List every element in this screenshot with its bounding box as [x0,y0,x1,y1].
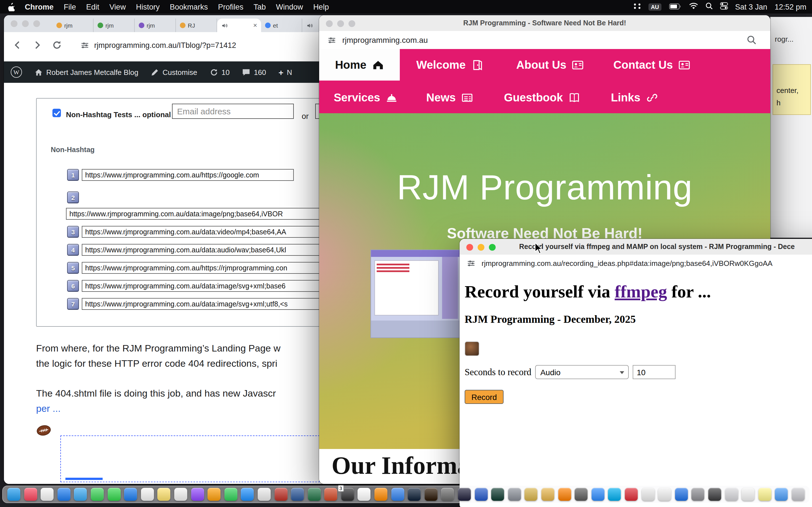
nav-guestbook[interactable]: Guestbook [499,82,586,113]
record-button[interactable]: Record [465,390,504,404]
safari-icon[interactable] [74,488,87,501]
reminders-icon[interactable] [174,488,187,501]
opera-icon[interactable] [625,488,638,501]
url-text[interactable]: rjmprogramming.com.au [342,36,428,45]
skype-icon[interactable] [608,488,621,501]
vscode-icon[interactable] [391,488,404,501]
mail-icon[interactable] [57,488,70,501]
close-window-icon[interactable] [326,20,333,27]
finder-icon[interactable] [7,488,20,501]
row-number[interactable]: 1 [67,169,79,181]
pages-icon[interactable] [207,488,220,501]
ffmpeg-link[interactable]: ffmpeg [615,282,667,301]
window-title-bar[interactable]: RJM Programming - Software Need Not Be H… [319,15,770,31]
cyberduck-icon[interactable] [541,488,554,501]
url-input[interactable] [82,169,294,181]
document-icon[interactable] [742,488,755,501]
menu-help[interactable]: Help [308,3,334,11]
audio-thumbnail-image[interactable] [465,341,479,356]
spotlight-icon[interactable] [705,2,712,11]
downloads-folder-icon[interactable] [775,488,788,501]
url-input[interactable] [82,298,347,310]
menu-view[interactable]: View [104,3,131,11]
zoom-icon[interactable] [592,488,605,501]
facetime-icon[interactable] [107,488,120,501]
menu-bar-clock[interactable]: 12:52 pm [774,3,806,11]
reload-icon[interactable] [51,40,63,51]
wordpress-logo-icon[interactable]: W [11,66,22,78]
row-number[interactable]: 2 [67,191,79,203]
menu-bookmarks[interactable]: Bookmarks [165,3,213,11]
calendar-icon[interactable] [141,488,154,501]
word-icon[interactable] [291,488,304,501]
screenshot-1-icon[interactable] [708,488,721,501]
nav-welcome[interactable]: Welcome [412,49,488,80]
tab-close-icon[interactable]: × [253,21,257,29]
browser-tab[interactable]: × [217,18,261,32]
url-input[interactable] [82,262,347,274]
dictionary-icon[interactable] [658,488,671,501]
url-bar[interactable]: rjmprogramming.com.au [319,31,770,50]
new-content-link[interactable]: + N [278,67,292,77]
textedit-icon[interactable] [258,488,271,501]
filezilla-icon[interactable] [274,488,287,501]
messages-icon[interactable] [91,488,104,501]
paintbrush-icon[interactable] [642,488,654,501]
menu-extra-icon[interactable] [633,3,641,11]
nav-about-us[interactable]: About Us [506,49,594,80]
menu-history[interactable]: History [131,3,165,11]
numbers-icon[interactable] [224,488,237,501]
row-number[interactable]: 6 [67,280,79,292]
row-number[interactable]: 5 [67,262,79,274]
search-icon[interactable] [747,35,757,45]
zoom-window-icon[interactable] [33,20,40,27]
chrome-icon[interactable] [358,488,371,501]
system-settings-icon[interactable] [692,488,705,501]
menu-file[interactable]: File [59,3,81,11]
browser-tab[interactable]: rjm [94,18,135,32]
input-source-indicator[interactable]: AU [649,3,661,10]
window-title-bar[interactable]: Record yourself via ffmpeg and MAMP on l… [460,239,812,255]
gimp-icon[interactable] [441,488,454,501]
window-controls[interactable] [326,20,360,27]
mamp-icon[interactable] [508,488,521,501]
row-number[interactable]: 4 [67,244,79,256]
url-text[interactable]: rjmprogramming.com.au/recording_ideas.ph… [481,259,772,267]
window-controls[interactable] [466,244,500,251]
mode-select[interactable]: Audio [535,365,629,379]
sequel-pro-icon[interactable] [525,488,538,501]
site-name-link[interactable]: Robert James Metcalfe Blog [35,68,139,76]
url-input[interactable] [66,208,359,220]
site-settings-icon[interactable] [80,40,90,50]
menu-profiles[interactable]: Profiles [213,3,248,11]
menu-edit[interactable]: Edit [81,3,105,11]
customise-link[interactable]: Customise [151,68,197,76]
per-link[interactable]: per ... [36,401,276,416]
music-icon[interactable] [24,488,37,501]
window-controls[interactable] [11,20,45,27]
nav-services[interactable]: Services [331,82,401,113]
zoom-window-icon[interactable] [489,244,496,251]
url-bar[interactable]: rjmprogramming.com.au/recording_ideas.ph… [460,255,812,272]
bbedit-icon[interactable] [474,488,488,501]
app-menu-chrome[interactable]: Chrome [20,3,59,11]
site-settings-icon[interactable] [466,258,476,268]
url-input[interactable] [82,226,347,238]
browser-tab[interactable]: rjm [52,18,94,32]
keynote-icon[interactable] [241,488,254,501]
minimize-window-icon[interactable] [337,20,344,27]
row-number[interactable]: 7 [67,298,79,310]
vlc-icon[interactable] [558,488,571,501]
audacity-icon[interactable] [458,488,471,501]
xcode-icon[interactable] [675,488,688,501]
nav-links[interactable]: Links [606,82,663,113]
notes-icon[interactable] [158,488,170,501]
firefox-icon[interactable] [374,488,388,501]
wifi-icon[interactable] [689,3,698,11]
dreamweaver-icon[interactable] [491,488,504,501]
app-store-icon[interactable] [124,488,137,501]
illustrator-icon[interactable] [424,488,438,501]
stickies-icon[interactable] [758,488,771,501]
non-hashtag-checkbox[interactable] [52,109,61,117]
apple-menu-icon[interactable] [6,3,20,11]
